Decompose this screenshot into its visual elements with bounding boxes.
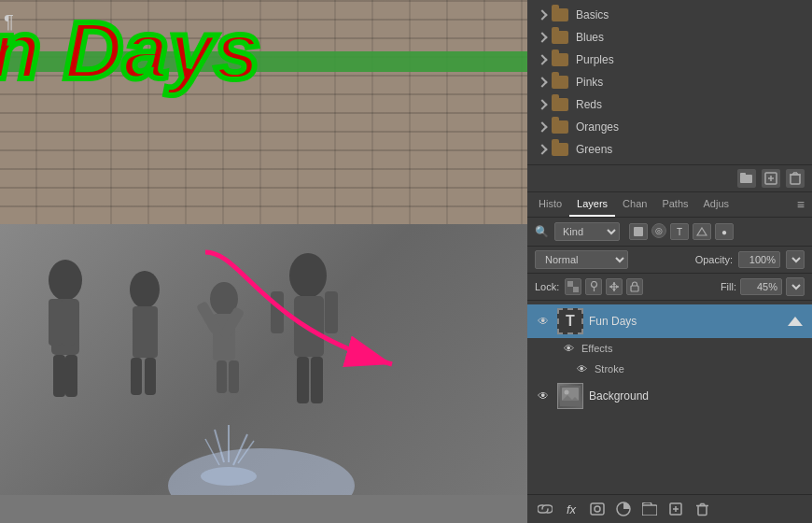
new-layer-icon [764,172,777,185]
svg-rect-19 [271,291,284,333]
folder-greens [552,143,568,156]
new-layer-btn[interactable] [665,499,686,519]
folder-reds [552,98,568,111]
blend-mode-select[interactable]: Normal Multiply Screen Overlay [535,250,628,269]
chevron-reds [537,99,547,109]
layer-fun-days[interactable]: 👁 T Fun Days [527,304,812,338]
lock-label: Lock: [535,281,559,292]
svg-point-1 [49,260,82,301]
lock-transparent-button[interactable] [565,278,581,295]
link-layers-button[interactable] [535,499,555,519]
chevron-oranges [537,121,547,132]
eye-fun-days[interactable]: 👁 [535,313,552,330]
lock-fill-row: Lock: [527,274,812,301]
svg-rect-5 [53,355,65,397]
color-group-reds[interactable]: Reds [527,93,812,116]
color-group-basics[interactable]: Basics [527,4,812,26]
new-group-btn[interactable] [639,499,660,519]
fx-label: fx [567,502,576,516]
move-icon [609,281,620,292]
layer-background[interactable]: 👁 Background [527,379,812,413]
svg-rect-6 [65,355,77,397]
svg-rect-43 [573,287,579,292]
search-filter-icon: 🔍 [535,225,549,238]
svg-rect-15 [217,360,227,393]
new-adjustment-button[interactable] [613,499,634,519]
color-group-purples[interactable]: Purples [527,49,812,71]
tab-adjus[interactable]: Adjus [696,192,737,217]
brush-icon [589,281,599,292]
folder-icon-bottom [642,502,657,516]
delete-btn[interactable] [692,499,712,519]
group-label-greens: Greens [576,143,612,156]
svg-rect-9 [131,358,142,395]
bottom-toolbar: fx [527,494,812,523]
opacity-input[interactable] [738,251,780,268]
svg-marker-52 [609,285,612,289]
lock-icon [629,281,640,292]
group-label-reds: Reds [576,98,602,111]
group-label-purples: Purples [576,53,614,66]
svg-rect-20 [325,291,338,333]
tab-paths[interactable]: Paths [654,192,695,217]
trash-icon-bottom [696,502,708,516]
color-group-greens[interactable]: Greens [527,138,812,161]
layer-stroke[interactable]: 👁 Stroke [527,359,812,379]
eye-effects[interactable]: 👁 [561,341,576,356]
fill-input[interactable] [740,278,782,295]
chevron-blues [537,32,547,42]
tab-layers[interactable]: Layers [569,192,615,217]
svg-point-23 [201,467,257,486]
svg-marker-53 [616,285,619,289]
layer-effects[interactable]: 👁 Effects [527,338,812,359]
children-svg [0,224,527,523]
adjustment-filter-icon[interactable]: ◎ [651,223,666,238]
pixel-filter-icon[interactable] [629,223,648,240]
kind-select[interactable]: Kind Name Effect [554,222,620,241]
smartobject-filter-icon[interactable]: ● [715,223,734,240]
color-group-blues[interactable]: Blues [527,26,812,49]
tab-chan[interactable]: Chan [615,192,654,217]
lock-image-button[interactable] [585,278,602,295]
eye-stroke[interactable]: 👁 [574,361,589,376]
link-icon [538,502,553,516]
svg-point-46 [591,282,596,288]
lock-position-button[interactable] [606,278,623,295]
svg-rect-21 [297,357,309,403]
panel-menu-button[interactable]: ≡ [793,193,808,216]
mask-icon [590,502,605,516]
shape-filter-icon[interactable] [693,223,711,240]
effects-label: Effects [581,343,612,354]
new-layer-button[interactable] [762,169,780,188]
shape-icon [696,227,707,236]
layer-name-fun-days: Fun Days [589,315,637,328]
svg-rect-4 [62,299,75,346]
folder-pinks [552,76,568,89]
fill-dropdown[interactable]: ▼ [786,277,805,296]
fill-label: Fill: [721,281,736,292]
fx-button[interactable]: fx [561,499,581,519]
add-mask-button[interactable] [587,499,608,519]
new-layer-icon-bottom [669,502,682,516]
group-label-pinks: Pinks [576,76,603,89]
color-group-pinks[interactable]: Pinks [527,71,812,93]
delete-layer-button[interactable] [786,169,805,188]
svg-rect-54 [631,286,638,291]
type-filter-icon[interactable]: T [670,223,689,240]
color-group-oranges[interactable]: Oranges [527,116,812,138]
lock-artboard-button[interactable] [626,278,643,295]
svg-rect-32 [740,173,746,176]
svg-rect-59 [591,503,604,515]
eye-background[interactable]: 👁 [535,388,552,404]
checkerboard-icon [567,281,579,292]
photo-thumbnail-icon [560,386,581,406]
folder-blues [552,31,568,44]
trash-icon [790,172,801,185]
layer-name-background: Background [589,389,649,403]
new-group-button[interactable] [737,169,756,188]
tab-histo[interactable]: Histo [531,192,569,217]
stroke-label: Stroke [595,363,624,375]
group-label-blues: Blues [576,31,604,44]
opacity-dropdown[interactable]: ▼ [786,250,805,269]
svg-rect-45 [567,287,573,292]
